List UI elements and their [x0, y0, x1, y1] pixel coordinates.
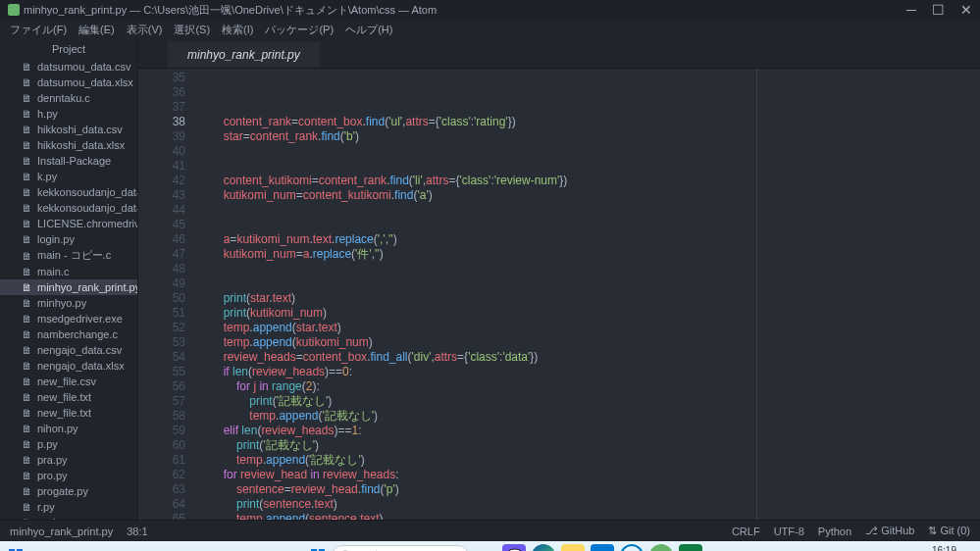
file-tree-item[interactable]: 🗎kekkonsoudanjo_data.xlsx: [0, 200, 137, 216]
atom-app-icon: [8, 4, 20, 16]
file-icon: 🗎: [20, 154, 33, 168]
file-tree-item[interactable]: 🗎hikkoshi_data.xlsx: [0, 137, 137, 153]
status-language[interactable]: Python: [818, 526, 851, 537]
taskbar-app-1[interactable]: 💬: [502, 544, 526, 551]
taskbar-excel[interactable]: X: [679, 544, 702, 551]
ruler-line: [756, 69, 757, 520]
file-name-label: h.py: [37, 108, 58, 120]
file-icon: 🗎: [20, 327, 33, 341]
file-name-label: denntaku.c: [37, 92, 90, 104]
file-name-label: nihon.py: [37, 423, 78, 434]
menu-select[interactable]: 選択(S): [168, 21, 216, 39]
file-icon: 🗎: [20, 453, 33, 467]
file-tree-item[interactable]: 🗎new_file.txt: [0, 389, 137, 405]
widgets-button[interactable]: [6, 546, 26, 551]
file-tree-item[interactable]: 🗎pro.py: [0, 468, 137, 483]
editor-content[interactable]: 3536373839404142434445464748495051525354…: [138, 69, 980, 520]
file-tree-item[interactable]: 🗎Install-Package: [0, 153, 137, 169]
file-tree-item[interactable]: 🗎LICENSE.chromedriver: [0, 216, 137, 231]
taskbar-dell[interactable]: D: [620, 544, 644, 551]
status-eol[interactable]: CRLF: [732, 526, 760, 537]
project-sidebar: Project 🗎datsumou_data.csv🗎datsumou_data…: [0, 39, 138, 520]
file-icon: 🗎: [20, 296, 33, 310]
file-name-label: msedgedriver.exe: [37, 313, 123, 325]
file-name-label: new_file.txt: [37, 407, 91, 419]
file-tree-item[interactable]: 🗎nengajo_data.xlsx: [0, 358, 137, 374]
file-icon: 🗎: [20, 406, 33, 420]
file-name-label: rank.py: [37, 517, 73, 520]
file-tree-item[interactable]: 🗎login.py: [0, 231, 137, 247]
file-tree-item[interactable]: 🗎r.py: [0, 499, 137, 515]
menu-file[interactable]: ファイル(F): [4, 21, 73, 39]
taskbar-store[interactable]: 🛍: [591, 544, 614, 551]
taskbar-search[interactable]: 🔍 検索: [332, 545, 469, 551]
file-tree-item[interactable]: 🗎k.py: [0, 169, 137, 184]
status-encoding[interactable]: UTF-8: [774, 526, 804, 537]
code-area[interactable]: content_rank=content_box.find('ul',attrs…: [197, 69, 980, 520]
file-name-label: hikkoshi_data.csv: [37, 124, 123, 135]
file-icon: 🗎: [20, 280, 33, 294]
file-tree-item[interactable]: 🗎denntaku.c: [0, 90, 137, 106]
file-tree-item[interactable]: 🗎h.py: [0, 106, 137, 122]
file-tree-item[interactable]: 🗎minhyo.py: [0, 295, 137, 311]
menu-view[interactable]: 表示(V): [121, 21, 169, 39]
file-tree-item[interactable]: 🗎main - コピー.c: [0, 247, 137, 264]
menu-search[interactable]: 検索(I): [216, 21, 259, 39]
file-icon: 🗎: [20, 500, 33, 514]
file-name-label: p.py: [37, 438, 58, 450]
file-tree-item[interactable]: 🗎kekkonsoudanjo_data.csv: [0, 184, 137, 200]
file-tree-item[interactable]: 🗎minhyo_rank_print.py: [0, 279, 137, 295]
statusbar: minhyo_rank_print.py 38:1 CRLF UTF-8 Pyt…: [0, 520, 980, 541]
tray-clock[interactable]: 16:19 2023/09/06: [907, 545, 956, 551]
file-tree-item[interactable]: 🗎msedgedriver.exe: [0, 311, 137, 326]
tab-active[interactable]: minhyo_rank_print.py: [168, 42, 320, 68]
status-filename[interactable]: minhyo_rank_print.py: [10, 526, 113, 537]
file-name-label: new_file.csv: [37, 376, 96, 387]
menu-edit[interactable]: 編集(E): [73, 21, 121, 39]
file-icon: 🗎: [20, 312, 33, 326]
start-button[interactable]: [308, 546, 328, 551]
tab-bar: minhyo_rank_print.py: [138, 39, 980, 69]
close-button[interactable]: ✕: [960, 2, 972, 18]
file-tree-item[interactable]: 🗎datsumou_data.csv: [0, 59, 137, 75]
status-position[interactable]: 38:1: [127, 526, 147, 537]
file-icon: 🗎: [20, 516, 33, 520]
line-gutter: 3536373839404142434445464748495051525354…: [138, 69, 197, 520]
file-name-label: r.py: [37, 501, 55, 513]
status-github[interactable]: ⎇ GitHub: [865, 525, 914, 537]
file-name-label: datsumou_data.xlsx: [37, 76, 133, 88]
file-tree-item[interactable]: 🗎progate.py: [0, 483, 137, 499]
file-tree-item[interactable]: 🗎pra.py: [0, 452, 137, 468]
file-tree-item[interactable]: 🗎hikkoshi_data.csv: [0, 122, 137, 137]
file-tree-item[interactable]: 🗎rank.py: [0, 515, 137, 520]
file-tree-item[interactable]: 🗎namberchange.c: [0, 326, 137, 342]
file-icon: 🗎: [20, 359, 33, 373]
maximize-button[interactable]: ☐: [932, 2, 945, 18]
file-icon: 🗎: [20, 60, 33, 74]
taskbar-task-view[interactable]: ⊞: [473, 544, 496, 551]
system-tray: ^ ☁ ☁ A 📶 🔊 🔋 16:19 2023/09/06: [785, 545, 974, 551]
taskbar-edge[interactable]: [532, 544, 555, 551]
file-tree-item[interactable]: 🗎p.py: [0, 436, 137, 452]
minimize-button[interactable]: ─: [906, 2, 916, 18]
menu-packages[interactable]: パッケージ(P): [259, 21, 339, 39]
file-tree-item[interactable]: 🗎new_file.txt: [0, 405, 137, 421]
file-tree-item[interactable]: 🗎main.c: [0, 264, 137, 279]
file-tree-item[interactable]: 🗎nengajo_data.csv: [0, 342, 137, 358]
file-icon: 🗎: [20, 437, 33, 451]
file-icon: 🗎: [20, 138, 33, 152]
file-name-label: hikkoshi_data.xlsx: [37, 139, 125, 151]
file-icon: 🗎: [20, 375, 33, 388]
file-tree-item[interactable]: 🗎datsumou_data.xlsx: [0, 75, 137, 90]
editor-panel: minhyo_rank_print.py 3536373839404142434…: [138, 39, 980, 520]
menubar: ファイル(F) 編集(E) 表示(V) 選択(S) 検索(I) パッケージ(P)…: [0, 20, 980, 39]
taskbar-explorer[interactable]: 📁: [561, 544, 585, 551]
taskbar-atom[interactable]: [649, 544, 673, 551]
file-icon: 🗎: [20, 343, 33, 357]
file-tree-item[interactable]: 🗎new_file.csv: [0, 374, 137, 389]
menu-help[interactable]: ヘルプ(H): [339, 21, 398, 39]
file-name-label: login.py: [37, 233, 75, 245]
file-name-label: main - コピー.c: [37, 248, 111, 263]
file-tree-item[interactable]: 🗎nihon.py: [0, 421, 137, 436]
status-git[interactable]: ⇅ Git (0): [928, 525, 970, 537]
